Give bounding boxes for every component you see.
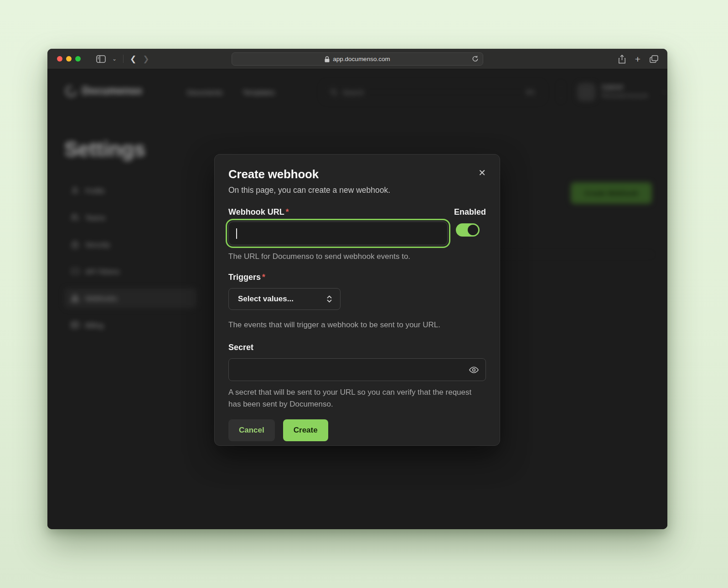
enabled-toggle[interactable]: [456, 223, 480, 237]
required-asterisk: *: [262, 273, 265, 282]
forward-button[interactable]: ❯: [143, 54, 149, 64]
required-asterisk: *: [286, 207, 289, 217]
back-button[interactable]: ❮: [130, 54, 136, 64]
secret-label: Secret: [228, 343, 486, 352]
text-cursor: [236, 228, 237, 239]
webhook-url-input[interactable]: [228, 222, 448, 245]
select-chevrons-icon: [326, 295, 332, 303]
browser-window: ⌄ ❮ ❯ app.documenso.com +: [47, 49, 667, 529]
traffic-lights: [57, 56, 81, 62]
share-icon[interactable]: [618, 55, 626, 64]
toolbar-divider: [123, 55, 124, 63]
eye-icon: [469, 365, 479, 375]
sidebar-toggle-icon[interactable]: [96, 55, 106, 63]
triggers-select[interactable]: Select values...: [228, 288, 341, 310]
cancel-button[interactable]: Cancel: [228, 419, 275, 441]
toggle-knob: [468, 225, 478, 235]
address-text: app.documenso.com: [333, 56, 390, 62]
lock-icon: [325, 56, 330, 62]
new-tab-icon[interactable]: +: [635, 54, 640, 64]
triggers-helper: The events that will trigger a webhook t…: [228, 320, 486, 330]
minimize-window-button[interactable]: [66, 56, 72, 62]
tab-overview-icon[interactable]: [650, 55, 658, 63]
close-icon[interactable]: ✕: [478, 168, 486, 177]
sidebar-chevron-icon[interactable]: ⌄: [112, 56, 117, 62]
show-secret-button[interactable]: [469, 365, 479, 377]
zoom-window-button[interactable]: [75, 56, 81, 62]
create-webhook-dialog: Create webhook ✕ On this page, you can c…: [214, 154, 500, 446]
secret-helper: A secret that will be sent to your URL s…: [228, 387, 477, 410]
dialog-description: On this page, you can create a new webho…: [228, 186, 486, 195]
reload-icon[interactable]: [472, 55, 479, 64]
create-button[interactable]: Create: [283, 419, 328, 441]
webhook-url-label: Webhook URL*: [228, 207, 289, 217]
enabled-label: Enabled: [454, 207, 486, 217]
triggers-label: Triggers*: [228, 273, 486, 282]
secret-input[interactable]: [228, 358, 486, 381]
triggers-select-placeholder: Select values...: [238, 294, 294, 304]
webhook-url-helper: The URL for Documenso to send webhook ev…: [228, 252, 486, 261]
dialog-title: Create webhook: [228, 167, 319, 181]
browser-toolbar: ⌄ ❮ ❯ app.documenso.com +: [47, 49, 667, 69]
address-bar[interactable]: app.documenso.com: [232, 52, 483, 66]
close-window-button[interactable]: [57, 56, 62, 62]
